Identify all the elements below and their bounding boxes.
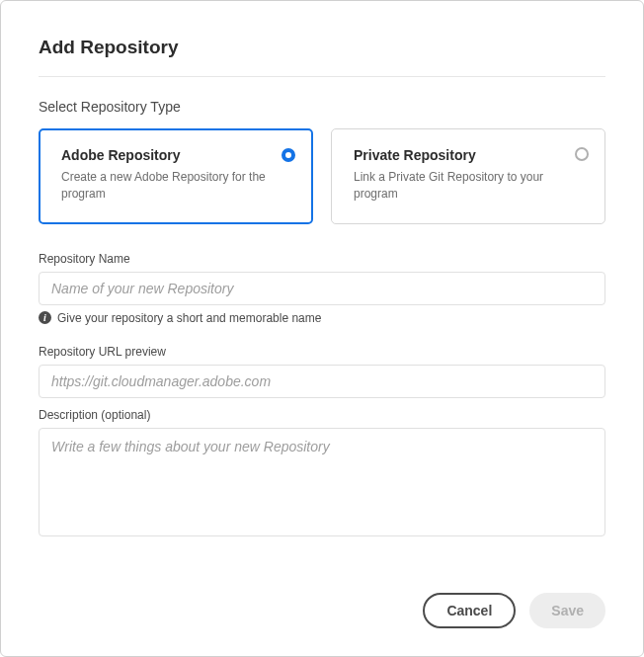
modal-title: Add Repository — [39, 37, 605, 77]
modal-footer: Cancel Save — [39, 573, 605, 628]
repo-type-private-title: Private Repository — [354, 147, 587, 163]
save-button[interactable]: Save — [529, 593, 605, 628]
repo-name-input[interactable] — [39, 272, 605, 305]
repo-type-options: Adobe Repository Create a new Adobe Repo… — [39, 128, 605, 224]
repo-name-label: Repository Name — [39, 252, 605, 266]
repo-description-input[interactable] — [39, 428, 605, 536]
repo-name-hint-text: Give your repository a short and memorab… — [57, 311, 321, 325]
info-icon: i — [39, 311, 51, 324]
repo-type-private[interactable]: Private Repository Link a Private Git Re… — [331, 128, 605, 224]
cancel-button[interactable]: Cancel — [423, 593, 516, 628]
radio-selected-icon — [282, 148, 295, 162]
repo-type-section-label: Select Repository Type — [39, 99, 605, 115]
repo-type-adobe-desc: Create a new Adobe Repository for the pr… — [61, 169, 294, 204]
repo-type-adobe-title: Adobe Repository — [61, 147, 294, 163]
repo-url-field-group: Repository URL preview — [39, 345, 605, 398]
repo-name-field-group: Repository Name i Give your repository a… — [39, 252, 605, 335]
repo-type-private-desc: Link a Private Git Repository to your pr… — [354, 169, 587, 204]
radio-unselected-icon — [575, 147, 589, 161]
repo-description-field-group: Description (optional) — [39, 408, 605, 540]
repo-name-hint: i Give your repository a short and memor… — [39, 311, 605, 325]
repo-url-preview — [39, 365, 605, 398]
add-repository-modal: Add Repository Select Repository Type Ad… — [0, 0, 644, 657]
repo-type-adobe[interactable]: Adobe Repository Create a new Adobe Repo… — [39, 128, 313, 224]
repo-url-label: Repository URL preview — [39, 345, 605, 359]
repo-description-label: Description (optional) — [39, 408, 605, 422]
